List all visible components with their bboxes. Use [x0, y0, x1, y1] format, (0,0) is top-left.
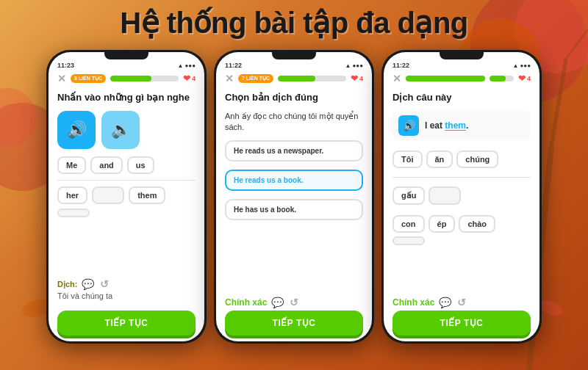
chat-icon-1[interactable]: 💬 — [82, 278, 94, 290]
phone-2-option-1[interactable]: He reads us a newspaper. — [225, 140, 363, 162]
phone-2-exercise-title: Chọn bản dịch đúng — [225, 92, 363, 104]
phone-3-status-bar: 11:22 ▲●●● — [384, 59, 539, 70]
phone-3-chat-icons: 💬 ↺ — [439, 297, 466, 308]
phone-1-progress-area: ✕ 8 LIÊN TỤC ❤ 4 — [49, 70, 204, 87]
bank-word-empty-1[interactable] — [429, 186, 461, 205]
bank-word-gau[interactable]: gấu — [392, 186, 425, 205]
phone-3-progress-fill — [490, 76, 505, 81]
phone-3-sentence: I eat them. — [425, 120, 468, 131]
phone-1-content: Nhấn vào những gì bạn nghe 🔊 🔉 Me and us… — [49, 87, 204, 306]
phone-1-chat-icons: 💬 ↺ — [82, 278, 109, 290]
phone-2-time: 11:22 — [225, 62, 242, 69]
refresh-icon-3[interactable]: ↺ — [457, 297, 466, 308]
phone-1-time: 11:23 — [57, 62, 74, 69]
phone-3-progress-area: ✕ ❤ 4 — [384, 70, 539, 87]
phone-2-notch — [272, 52, 316, 59]
phone-2-status-bar: 11:22 ▲●●● — [216, 59, 372, 70]
phone-2-progress-track — [278, 76, 346, 81]
bank-word-an[interactable]: ăn — [426, 150, 453, 168]
phone-2-bottom: Chính xác 💬 ↺ TIẾP TỤC — [216, 292, 372, 341]
phone-1-notch — [104, 52, 148, 59]
refresh-icon-2[interactable]: ↺ — [290, 297, 298, 308]
phone-1-word-choices-top: Me and us — [57, 156, 196, 174]
word-chip-them[interactable]: them — [129, 186, 165, 204]
phone-1-exercise-title: Nhấn vào những gì bạn nghe — [57, 92, 196, 104]
phone-2-option-3[interactable]: He has us a book. — [225, 199, 363, 220]
phone-1-translate-section: Dịch: 💬 ↺ Tôi và chúng ta — [57, 278, 196, 300]
word-chip-empty-1[interactable] — [92, 186, 124, 204]
chat-icon-3[interactable]: 💬 — [439, 297, 451, 308]
phone-3-correct-label: Chính xác 💬 ↺ — [392, 297, 531, 308]
phone-1-divider — [57, 180, 196, 181]
phone-3-content: Dịch câu này 🔊 I eat them. Tôi ăn chúng … — [384, 87, 539, 292]
phone-1-status-bar: 11:23 ▲●●● — [49, 59, 204, 70]
phone-3-heart-icon: ❤ — [518, 73, 526, 84]
phone-1-heart-count: 4 — [192, 75, 196, 82]
phone-1-streak: 8 LIÊN TỤC — [71, 74, 106, 83]
phone-3-word-bank-row2: con ép chào — [392, 215, 531, 245]
phone-3-sound-btn[interactable]: 🔊 — [398, 115, 419, 136]
phone-1-listen-icons: 🔊 🔉 — [57, 111, 196, 149]
phone-3-close[interactable]: ✕ — [392, 73, 401, 84]
phones-row: 11:23 ▲●●● ✕ 8 LIÊN TỤC ❤ 4 Nhấn vào nhữ… — [0, 50, 588, 344]
phone-3-status-icons: ▲●●● — [513, 62, 531, 69]
phone-2-option-2[interactable]: He reads us a book. — [225, 170, 363, 191]
phone-3-time: 11:22 — [392, 62, 409, 69]
bank-word-ep[interactable]: ép — [429, 215, 456, 233]
phone-3-progress-track — [490, 76, 514, 81]
phone-1-translate-text: Tôi và chúng ta — [57, 291, 196, 300]
refresh-icon-1[interactable]: ↺ — [100, 278, 109, 290]
phone-1-status-icons: ▲●●● — [178, 62, 196, 69]
phone-1-sound-btn-primary[interactable]: 🔊 — [57, 111, 96, 149]
page-title: Hệ thống bài tập đa dạng — [0, 6, 588, 40]
phone-2-correct-label: Chính xác 💬 ↺ — [225, 297, 363, 308]
phone-1-continue-btn[interactable]: TIẾP TỤC — [57, 311, 196, 335]
phone-2-continue-btn[interactable]: TIẾP TỤC — [225, 311, 363, 335]
phone-3-hearts: ❤ 4 — [518, 73, 531, 84]
phone-2-heart-icon: ❤ — [351, 73, 358, 84]
phone-1-progress-fill — [110, 76, 151, 81]
phone-2-progress-fill — [278, 76, 315, 81]
word-chip-her[interactable]: her — [57, 186, 87, 204]
chat-icon-2[interactable]: 💬 — [271, 297, 284, 308]
phone-3-heart-count: 4 — [527, 75, 531, 82]
phone-3-sentence-display: 🔊 I eat them. — [392, 111, 531, 140]
phone-2: 11:22 ▲●●● ✕ 7 LIÊN TỤC ❤ 4 Chọn bản dịc… — [214, 50, 374, 344]
phone-1-progress-track — [110, 76, 179, 81]
phone-3-word-bank-row1: gấu — [392, 186, 531, 205]
phone-3-streak-bar — [406, 76, 485, 81]
word-chip-and[interactable]: and — [90, 156, 123, 174]
bank-word-empty-2[interactable] — [392, 236, 425, 245]
phone-2-status-icons: ▲●●● — [345, 62, 363, 69]
phone-1: 11:23 ▲●●● ✕ 8 LIÊN TỤC ❤ 4 Nhấn vào nhữ… — [46, 50, 207, 344]
word-chip-me[interactable]: Me — [57, 156, 86, 174]
phone-3-bottom: Chính xác 💬 ↺ TIẾP TỤC — [384, 292, 539, 341]
bank-word-chao[interactable]: chào — [459, 215, 495, 233]
phone-3-continue-btn[interactable]: TIẾP TỤC — [392, 311, 531, 335]
phone-1-word-choices-bottom: her them — [57, 186, 196, 217]
phone-3-word-bank-top: Tôi ăn chúng — [392, 150, 531, 168]
word-chip-empty-2[interactable] — [57, 208, 90, 217]
phone-2-progress-area: ✕ 7 LIÊN TỤC ❤ 4 — [216, 70, 372, 87]
phone-1-translate-label: Dịch: 💬 ↺ — [57, 278, 196, 290]
phone-3-exercise-title: Dịch câu này — [392, 92, 531, 104]
phone-2-heart-count: 4 — [359, 75, 363, 82]
phone-2-content: Chọn bản dịch đúng Anh ấy đọc cho chúng … — [216, 87, 372, 292]
bank-word-con[interactable]: con — [392, 215, 425, 233]
phone-3: 11:22 ▲●●● ✕ ❤ 4 Dịch câu này � — [381, 50, 542, 344]
phone-1-hearts: ❤ 4 — [183, 73, 196, 84]
sentence-highlight: them — [445, 120, 466, 131]
phone-1-heart-icon: ❤ — [183, 73, 190, 84]
phone-2-chat-icons: 💬 ↺ — [271, 297, 298, 308]
phone-2-hearts: ❤ 4 — [351, 73, 363, 84]
phone-3-notch — [440, 52, 484, 59]
phone-2-question: Anh ấy đọc cho chúng tôi một quyển sách. — [225, 111, 363, 134]
word-chip-us[interactable]: us — [127, 156, 154, 174]
bank-word-toi[interactable]: Tôi — [392, 150, 423, 168]
bank-word-chung[interactable]: chúng — [456, 150, 498, 168]
phone-2-close[interactable]: ✕ — [225, 73, 234, 84]
phone-3-divider — [392, 177, 531, 178]
phone-1-sound-btn-slow[interactable]: 🔉 — [101, 111, 140, 149]
phone-1-close[interactable]: ✕ — [57, 73, 66, 84]
phone-1-bottom: TIẾP TỤC — [49, 306, 204, 341]
